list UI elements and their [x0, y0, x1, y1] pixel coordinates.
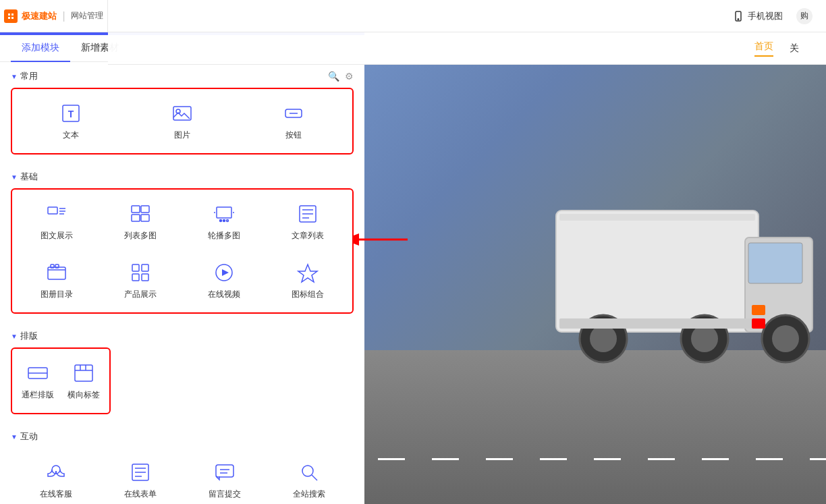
- svg-point-27: [223, 220, 225, 222]
- tab-add-module[interactable]: 添加模块: [11, 35, 70, 62]
- section-interactive-arrow[interactable]: ▼: [11, 433, 18, 441]
- purchase-icon: 购: [796, 8, 813, 24]
- module-articles[interactable]: 文章列表: [269, 195, 347, 248]
- module-button[interactable]: 按钮: [241, 94, 347, 148]
- imgtext-label: 图文展示: [40, 230, 73, 242]
- common-module-grid: T 文本 图片: [11, 88, 354, 155]
- brand-label: 极速建站: [22, 10, 57, 22]
- svg-rect-36: [132, 264, 139, 271]
- svg-text:T: T: [67, 109, 74, 119]
- top-toolbar: 手机视图 购: [108, 0, 826, 32]
- website-nav: 首页 关: [108, 32, 826, 65]
- interactive-module-grid: 在线客服 在线表单: [11, 448, 354, 501]
- carousel-label: 轮播多图: [208, 230, 240, 242]
- layout-module-grid: 通栏排版 横向标签: [11, 347, 111, 414]
- button-label: 按钮: [285, 130, 302, 141]
- mobile-icon: [733, 11, 744, 22]
- svg-rect-34: [51, 264, 54, 268]
- text-icon: T: [59, 101, 83, 125]
- mobile-view-btn[interactable]: 手机视图: [733, 10, 783, 22]
- module-search[interactable]: 全站搜索: [269, 453, 348, 501]
- module-products[interactable]: 产品展示: [101, 254, 180, 307]
- site-label: 网站管理: [71, 10, 103, 22]
- section-basic-arrow[interactable]: ▼: [11, 173, 18, 181]
- svg-marker-41: [222, 269, 229, 276]
- message-label: 留言提交: [209, 488, 241, 500]
- brand-area: 极速建站 | 网站管理: [0, 0, 108, 32]
- svg-point-54: [302, 466, 313, 476]
- form-icon: [128, 460, 153, 484]
- module-service[interactable]: 在线客服: [16, 453, 95, 501]
- svg-rect-58: [556, 211, 759, 332]
- section-common-header: ▼ 常用 🔍 ⚙: [11, 62, 354, 88]
- svg-rect-39: [142, 274, 148, 281]
- album-icon: [45, 260, 69, 285]
- button-icon: [281, 101, 306, 125]
- image-icon: [170, 101, 194, 125]
- svg-rect-70: [752, 318, 765, 329]
- listimg-icon: [128, 202, 153, 226]
- svg-point-57: [738, 18, 739, 20]
- svg-rect-35: [55, 264, 59, 268]
- settings-icon[interactable]: ⚙: [345, 71, 354, 82]
- svg-marker-42: [298, 264, 317, 282]
- nav-tab-home[interactable]: 首页: [754, 40, 773, 57]
- fullsearch-icon: [297, 460, 321, 484]
- search-label: 全站搜索: [293, 488, 325, 500]
- module-message[interactable]: 留言提交: [185, 453, 264, 501]
- search-icon[interactable]: 🔍: [328, 71, 339, 82]
- image-label: 图片: [174, 130, 190, 141]
- video-label: 在线视频: [208, 289, 240, 300]
- panel-content: ▼ 常用 🔍 ⚙ T 文本: [0, 62, 364, 501]
- svg-line-55: [312, 475, 317, 480]
- module-album[interactable]: 图册目录: [18, 254, 96, 307]
- module-form[interactable]: 在线表单: [101, 453, 180, 501]
- svg-rect-25: [217, 207, 231, 218]
- icons-icon: [296, 260, 320, 285]
- products-label: 产品展示: [124, 289, 157, 300]
- svg-point-64: [691, 325, 718, 352]
- arrow-svg: [354, 229, 408, 250]
- module-video[interactable]: 在线视频: [185, 254, 263, 307]
- htabs-icon: [72, 361, 96, 385]
- svg-rect-21: [132, 206, 140, 213]
- svg-rect-38: [132, 274, 139, 281]
- icons-label: 图标组合: [292, 289, 324, 300]
- svg-point-28: [227, 220, 229, 222]
- section-layout-arrow[interactable]: ▼: [11, 333, 18, 340]
- module-text[interactable]: T 文本: [18, 94, 123, 148]
- module-fullrow[interactable]: 通栏排版: [18, 354, 58, 408]
- svg-rect-45: [75, 365, 92, 381]
- album-label: 图册目录: [40, 289, 73, 300]
- message-icon: [213, 460, 237, 484]
- products-icon: [128, 260, 153, 285]
- imgtext-icon: [45, 202, 69, 226]
- basic-module-grid: 图文展示 列表多图: [11, 188, 354, 314]
- htabs-label: 横向标签: [67, 389, 100, 401]
- text-label: 文本: [63, 130, 79, 141]
- module-carousel[interactable]: 轮播多图: [185, 195, 263, 248]
- form-label: 在线表单: [124, 488, 157, 500]
- module-image[interactable]: 图片: [129, 94, 235, 148]
- section-layout-header: ▼ 排版: [11, 322, 354, 347]
- module-panel: 模块 ✕: [0, 0, 364, 504]
- section-interactive-label: 互动: [20, 430, 38, 443]
- svg-rect-17: [48, 207, 57, 214]
- articles-icon: [296, 202, 320, 226]
- svg-point-66: [772, 325, 799, 352]
- section-layout-label: 排版: [20, 330, 38, 342]
- articles-label: 文章列表: [292, 230, 324, 242]
- module-imgtext[interactable]: 图文展示: [18, 195, 96, 248]
- section-common-arrow[interactable]: ▼: [11, 73, 18, 80]
- purchase-btn[interactable]: 购: [796, 8, 813, 24]
- module-htabs[interactable]: 横向标签: [63, 354, 104, 408]
- svg-rect-51: [216, 465, 233, 477]
- truck-svg: [489, 170, 826, 372]
- section-basic-label: 基础: [20, 171, 38, 183]
- nav-tab-about[interactable]: 关: [790, 43, 799, 55]
- module-listimg[interactable]: 列表多图: [101, 195, 180, 248]
- svg-point-62: [590, 325, 617, 352]
- carousel-icon: [212, 202, 236, 226]
- module-icons[interactable]: 图标组合: [269, 254, 347, 307]
- video-icon: [212, 260, 236, 285]
